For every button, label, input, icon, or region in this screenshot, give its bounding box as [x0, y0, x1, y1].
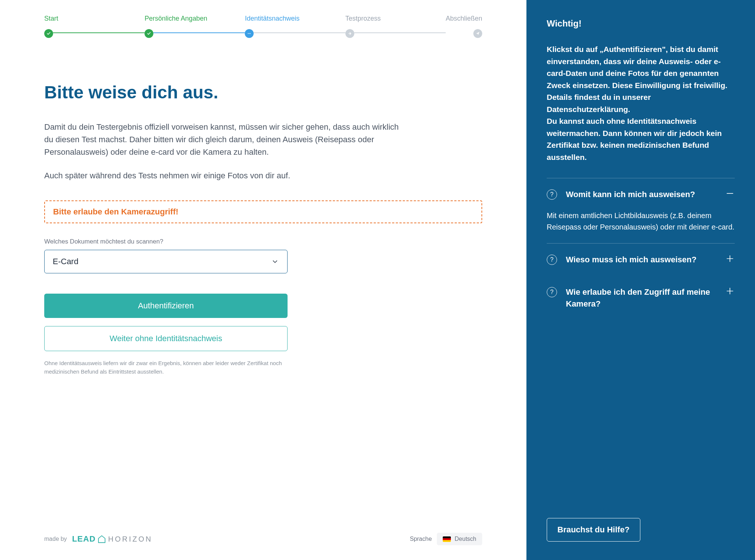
camera-permission-warning: Bitte erlaube den Kamerazugriff! — [44, 200, 482, 223]
svg-point-0 — [248, 33, 248, 34]
intro-paragraph-2: Auch später während des Tests nehmen wir… — [44, 169, 406, 182]
faq-item-2: ? Wieso muss ich mich ausweisen? — [547, 244, 735, 276]
faq-question: Wie erlaube ich den Zugriff auf meine Ka… — [566, 286, 716, 310]
check-icon — [44, 29, 53, 38]
faq-item-1: ? Womit kann ich mich ausweisen? Mit ein… — [547, 178, 735, 243]
info-sidebar: Wichtig! Klickst du auf „Authentifiziere… — [526, 0, 755, 560]
brand-credit: made by LEAD HORIZON — [44, 534, 152, 544]
faq-item-3: ? Wie erlaube ich den Zugriff auf meine … — [547, 276, 735, 320]
made-by-label: made by — [44, 536, 67, 542]
question-icon: ? — [547, 287, 557, 297]
step-label: Persönliche Angaben — [145, 15, 207, 22]
plus-icon — [725, 254, 735, 263]
step-connector — [354, 32, 446, 33]
sidebar-heading: Wichtig! — [547, 18, 735, 29]
chevron-down-icon — [271, 258, 279, 266]
faq-question: Womit kann ich mich ausweisen? — [566, 189, 716, 200]
arrow-right-icon — [345, 29, 354, 38]
step-connector — [254, 32, 345, 33]
brand-lead: LEAD — [72, 534, 95, 544]
sidebar-info-text: Klickst du auf „Authentifizieren", bist … — [547, 43, 735, 163]
check-icon — [145, 29, 153, 38]
language-button[interactable]: Deutsch — [437, 533, 482, 545]
progress-stepper: Start Persönliche Angaben Identitätsnach… — [44, 15, 482, 38]
selected-value: E-Card — [53, 257, 79, 266]
language-selector: Sprache Deutsch — [410, 533, 482, 545]
house-icon — [97, 534, 107, 544]
step-label: Identitätsnachweis — [245, 15, 299, 22]
intro-paragraph-1: Damit du dein Testergebnis offiziell vor… — [44, 121, 406, 158]
step-identity: Identitätsnachweis — [245, 15, 345, 38]
faq-answer: Mit einem amtlichen Lichtbildausweis (z.… — [547, 210, 735, 233]
step-label: Start — [44, 15, 58, 22]
step-personal: Persönliche Angaben — [145, 15, 245, 38]
step-connector — [53, 32, 145, 33]
send-icon — [473, 29, 482, 38]
document-select-label: Welches Dokument möchtest du scannen? — [44, 238, 482, 245]
plus-icon — [725, 286, 735, 296]
footer: made by LEAD HORIZON Sprache Deutsch — [44, 503, 482, 545]
faq-toggle-2[interactable]: ? Wieso muss ich mich ausweisen? — [547, 254, 735, 266]
flag-de-icon — [443, 536, 451, 542]
dots-icon — [245, 29, 254, 38]
faq-toggle-3[interactable]: ? Wie erlaube ich den Zugriff auf meine … — [547, 286, 735, 310]
faq-toggle-1[interactable]: ? Womit kann ich mich ausweisen? — [547, 189, 735, 200]
help-button[interactable]: Brauchst du Hilfe? — [547, 518, 640, 542]
step-label: Testprozess — [345, 15, 381, 22]
minus-icon — [725, 189, 735, 198]
document-select[interactable]: E-Card — [44, 250, 288, 273]
step-connector — [153, 32, 245, 33]
step-label: Abschließen — [446, 15, 482, 22]
skip-identity-button[interactable]: Weiter ohne Identitätsnachweis — [44, 326, 288, 351]
brand-logo: LEAD HORIZON — [72, 534, 152, 544]
svg-point-2 — [250, 33, 251, 34]
step-finish: Abschließen — [446, 15, 482, 38]
faq-question: Wieso muss ich mich ausweisen? — [566, 254, 716, 266]
svg-point-1 — [249, 33, 250, 34]
language-value: Deutsch — [455, 536, 476, 542]
page-title: Bitte weise dich aus. — [44, 82, 482, 102]
step-testprocess: Testprozess — [345, 15, 446, 38]
main-content: Start Persönliche Angaben Identitätsnach… — [0, 0, 526, 560]
skip-identity-note: Ohne Identitätsausweis liefern wir dir z… — [44, 359, 288, 376]
question-icon: ? — [547, 255, 557, 265]
authenticate-button[interactable]: Authentifizieren — [44, 294, 288, 318]
language-label: Sprache — [410, 536, 432, 542]
step-start: Start — [44, 15, 145, 38]
question-icon: ? — [547, 189, 557, 200]
brand-horizon: HORIZON — [108, 535, 152, 543]
